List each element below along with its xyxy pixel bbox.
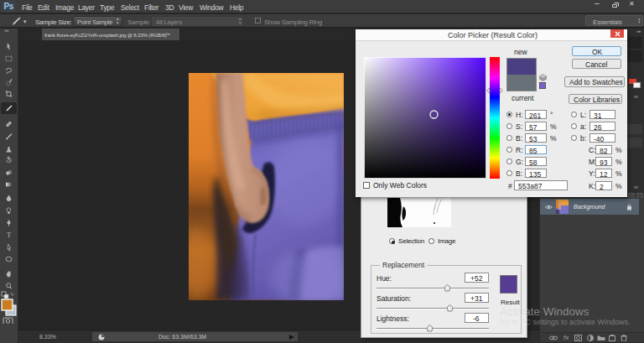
svg-text:T: T — [7, 231, 12, 239]
